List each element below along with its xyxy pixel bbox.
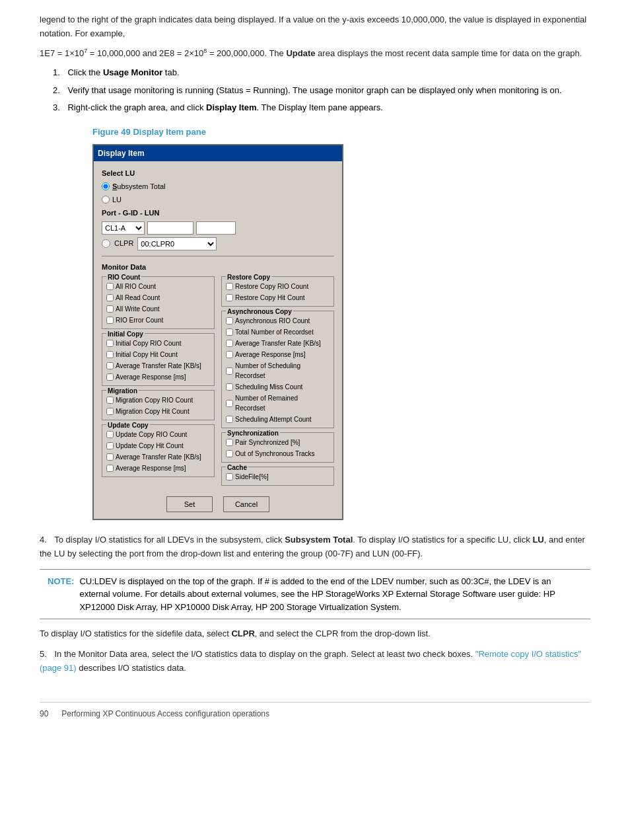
clpr-note-paragraph: To display I/O statistics for the sidefi… <box>40 627 590 641</box>
step2-text: Verify that usage monitoring is running … <box>67 85 561 95</box>
rio-all-read[interactable]: All Read Count <box>106 293 210 303</box>
port-inputs-row: CL1-A <box>102 221 334 235</box>
ic-transfer[interactable]: Average Transfer Rate [KB/s] <box>106 361 210 371</box>
step4-text1: To display I/O statistics for all LDEVs … <box>54 535 285 545</box>
initial-copy-title: Initial Copy <box>106 329 145 339</box>
select-lu-label: Select LU <box>102 168 334 179</box>
ac-recordset-total[interactable]: Total Number of Recordset <box>226 327 330 337</box>
dialog-title: Display Item <box>98 147 145 159</box>
step-2: 2. Verify that usage monitoring is runni… <box>53 84 590 98</box>
cache-content: SideFile[%] <box>226 472 330 482</box>
radio-group-lu: Subsystem Total LU <box>102 181 334 205</box>
intro-p2-part3: = 200,000,000. The <box>207 48 286 58</box>
ic-rio[interactable]: Initial Copy RIO Count <box>106 338 210 348</box>
migration-title: Migration <box>106 386 139 396</box>
step3-text2: . The Display Item pane appears. <box>257 102 383 112</box>
rio-all-rio[interactable]: All RIO Count <box>106 282 210 291</box>
radio-lu-label: LU <box>112 194 122 206</box>
step3-bold: Display Item <box>206 102 257 112</box>
update-copy-group: Update Copy Update Copy RIO Count Update… <box>102 424 215 477</box>
port-gid-input[interactable] <box>147 221 193 235</box>
restore-copy-group: Restore Copy Restore Copy RIO Count Rest… <box>221 276 334 307</box>
rio-error[interactable]: RIO Error Count <box>106 315 210 325</box>
cache-sidefile[interactable]: SideFile[%] <box>226 472 330 482</box>
rc-rio[interactable]: Restore Copy RIO Count <box>226 282 330 291</box>
migration-group: Migration Migration Copy RIO Count Migra… <box>102 390 215 420</box>
cancel-button[interactable]: Cancel <box>223 496 269 512</box>
uc-hit[interactable]: Update Copy Hit Count <box>106 441 210 451</box>
async-copy-content: Asynchronous RIO Count Total Number of R… <box>226 316 330 424</box>
clpr-note-text1: To display I/O statistics for the sidefi… <box>40 629 231 638</box>
dialog-buttons: Set Cancel <box>102 496 334 512</box>
initial-copy-group: Initial Copy Initial Copy RIO Count Init… <box>102 333 215 386</box>
port-lun-input[interactable] <box>196 221 236 235</box>
port-row: Port - G-ID - LUN <box>102 208 334 219</box>
step-3: 3. Right-click the graph area, and click… <box>53 101 590 115</box>
uc-response[interactable]: Average Response [ms] <box>106 463 210 473</box>
subsystem-rest: ubsystem Total <box>117 182 165 190</box>
restore-copy-title: Restore Copy <box>226 272 271 282</box>
radio-lu-input[interactable] <box>102 196 110 204</box>
ac-response[interactable]: Average Response [ms] <box>226 350 330 360</box>
note-label: NOTE: <box>48 575 74 614</box>
step1-num: 1. <box>53 67 60 77</box>
col-right: Restore Copy Restore Copy RIO Count Rest… <box>221 276 334 490</box>
rio-all-write[interactable]: All Write Count <box>106 304 210 314</box>
clpr-row[interactable]: CLPR 00:CLPR0 <box>102 237 334 250</box>
sync-out[interactable]: Out of Synchronous Tracks <box>226 449 330 459</box>
sync-pair[interactable]: Pair Synchronized [%] <box>226 438 330 447</box>
radio-subsystem[interactable]: Subsystem Total <box>102 181 334 192</box>
radio-clpr-input[interactable] <box>102 239 110 248</box>
rc-hit[interactable]: Restore Copy Hit Count <box>226 293 330 303</box>
step4-bold1: Subsystem Total <box>285 535 353 545</box>
note-text: CU:LDEV is displayed on the top of the g… <box>79 575 582 614</box>
monitor-data-label: Monitor Data <box>102 262 334 273</box>
step1-text2: tab. <box>162 67 179 77</box>
radio-subsystem-label: Subsystem Total <box>112 181 166 192</box>
ac-transfer[interactable]: Average Transfer Rate [KB/s] <box>226 338 330 348</box>
radio-clpr-label: CLPR <box>114 238 133 249</box>
note-box: NOTE: CU:LDEV is displayed on the top of… <box>40 569 590 620</box>
ac-sched-miss[interactable]: Scheduling Miss Count <box>226 382 330 392</box>
intro-p2-part4: area displays the most recent data sampl… <box>315 48 582 58</box>
ic-response[interactable]: Average Response [ms] <box>106 372 210 382</box>
ic-hit[interactable]: Initial Copy Hit Count <box>106 350 210 360</box>
ac-remained[interactable]: Number of Remained Recordset <box>226 393 330 413</box>
step2-num: 2. <box>53 85 60 95</box>
initial-copy-content: Initial Copy RIO Count Initial Copy Hit … <box>106 338 210 382</box>
rio-count-content: All RIO Count All Read Count All Write C… <box>106 282 210 325</box>
port-select[interactable]: CL1-A <box>102 221 145 235</box>
uc-transfer[interactable]: Average Transfer Rate [KB/s] <box>106 452 210 462</box>
uc-rio[interactable]: Update Copy RIO Count <box>106 430 210 439</box>
restore-copy-content: Restore Copy RIO Count Restore Copy Hit … <box>226 282 330 303</box>
intro-update-bold: Update <box>286 48 315 58</box>
dialog-body: Select LU Subsystem Total LU Port - G-ID… <box>94 161 342 519</box>
intro-section: legend to the right of the graph indicat… <box>40 13 590 61</box>
step-1: 1. Click the Usage Monitor tab. <box>53 66 590 80</box>
ac-sched-recordset[interactable]: Number of Scheduling Recordset <box>226 361 330 381</box>
step5-text2: describes I/O statistics data. <box>77 663 186 673</box>
update-copy-content: Update Copy RIO Count Update Copy Hit Co… <box>106 430 210 473</box>
sync-content: Pair Synchronized [%] Out of Synchronous… <box>226 438 330 459</box>
mig-hit[interactable]: Migration Copy Hit Count <box>106 406 210 416</box>
ac-rio[interactable]: Asynchronous RIO Count <box>226 316 330 326</box>
sync-title: Synchronization <box>226 428 280 438</box>
step4-section: 4. To display I/O statistics for all LDE… <box>40 533 590 561</box>
clpr-note-section: To display I/O statistics for the sidefi… <box>40 627 590 641</box>
ac-sched-attempt[interactable]: Scheduling Attempt Count <box>226 414 330 424</box>
rio-count-title: RIO Count <box>106 272 141 282</box>
cache-title: Cache <box>226 463 248 473</box>
display-item-dialog: Display Item Select LU Subsystem Total L… <box>92 144 343 521</box>
footer-page-number: 90 <box>40 708 48 720</box>
set-button[interactable]: Set <box>166 496 213 512</box>
radio-subsystem-input[interactable] <box>102 182 110 190</box>
intro-paragraph1: legend to the right of the graph indicat… <box>40 13 590 41</box>
radio-lu[interactable]: LU <box>102 194 334 206</box>
port-label: Port - G-ID - LUN <box>102 208 159 219</box>
async-copy-group: Asynchronous Copy Asynchronous RIO Count… <box>221 311 334 428</box>
clpr-select[interactable]: 00:CLPR0 <box>137 237 217 250</box>
mig-rio[interactable]: Migration Copy RIO Count <box>106 395 210 405</box>
cache-group: Cache SideFile[%] <box>221 467 334 486</box>
rio-count-group: RIO Count All RIO Count All Read Count A… <box>102 276 215 329</box>
monitor-columns: RIO Count All RIO Count All Read Count A… <box>102 276 334 490</box>
